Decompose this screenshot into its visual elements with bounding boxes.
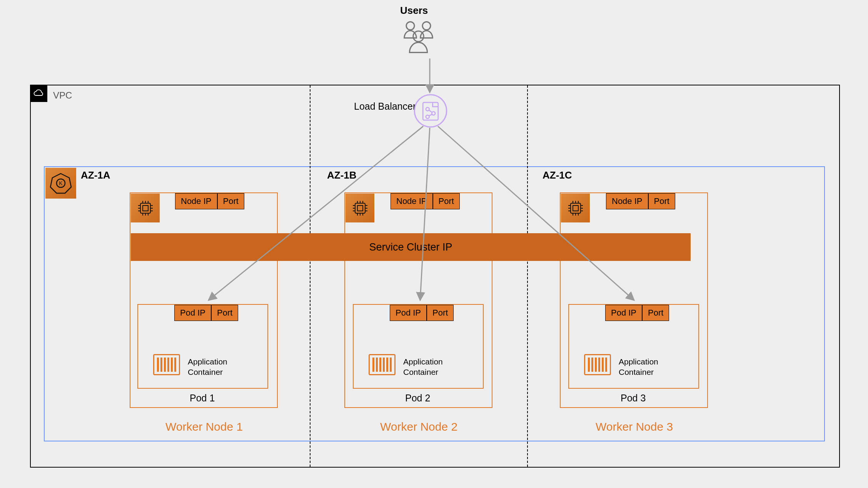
load-balancer-icon bbox=[414, 94, 447, 128]
svg-point-0 bbox=[406, 22, 414, 30]
service-cluster-ip-bar: Service Cluster IP bbox=[131, 233, 691, 261]
node-tab-3: Node IP Port bbox=[606, 193, 675, 209]
pod-3-label: Pod 3 bbox=[621, 393, 646, 404]
node-port-cell: Port bbox=[217, 193, 244, 209]
pod-tab-1: Pod IP Port bbox=[174, 305, 238, 321]
worker-1-label: Worker Node 1 bbox=[165, 420, 243, 433]
svg-rect-41 bbox=[571, 203, 581, 213]
container-icon-2 bbox=[369, 354, 396, 375]
diagram-canvas: Users VPC Load Balancer bbox=[0, 0, 868, 488]
node-tab-1: Node IP Port bbox=[175, 193, 244, 209]
pod-port-cell: Port bbox=[427, 305, 454, 321]
worker-2-label: Worker Node 2 bbox=[380, 420, 457, 433]
svg-rect-28 bbox=[357, 206, 363, 211]
node-ip-cell: Node IP bbox=[175, 193, 217, 209]
users-icon bbox=[398, 17, 439, 57]
container-icon-1 bbox=[153, 354, 180, 375]
svg-rect-14 bbox=[143, 206, 148, 211]
pod-ip-cell: Pod IP bbox=[390, 305, 427, 321]
users-label: Users bbox=[400, 5, 428, 17]
pod-port-cell: Port bbox=[642, 305, 669, 321]
pod-ip-cell: Pod IP bbox=[605, 305, 642, 321]
az-label-1a: AZ-1A bbox=[81, 169, 110, 181]
node-tab-2: Node IP Port bbox=[391, 193, 460, 209]
svg-text:K: K bbox=[59, 180, 63, 186]
pod-port-cell: Port bbox=[211, 305, 238, 321]
vpc-label: VPC bbox=[53, 90, 72, 101]
pod-2-label: Pod 2 bbox=[405, 393, 430, 404]
container-icon-3 bbox=[584, 354, 611, 375]
pod-tab-2: Pod IP Port bbox=[390, 305, 454, 321]
node-ip-cell: Node IP bbox=[391, 193, 433, 209]
kubernetes-icon: K bbox=[45, 168, 76, 199]
container-label-1: ApplicationContainer bbox=[188, 356, 227, 378]
load-balancer-label: Load Balancer bbox=[354, 101, 416, 112]
node-port-cell: Port bbox=[433, 193, 460, 209]
az-label-1c: AZ-1C bbox=[542, 169, 572, 181]
container-label-3: ApplicationContainer bbox=[619, 356, 658, 378]
vpc-icon bbox=[30, 85, 47, 102]
svg-rect-13 bbox=[140, 203, 150, 213]
node-ip-cell: Node IP bbox=[606, 193, 648, 209]
az-divider-1 bbox=[310, 85, 310, 467]
svg-rect-42 bbox=[573, 206, 578, 211]
svg-rect-27 bbox=[355, 203, 365, 213]
worker-3-label: Worker Node 3 bbox=[596, 420, 673, 433]
svg-line-8 bbox=[429, 110, 432, 113]
az-label-1b: AZ-1B bbox=[327, 169, 357, 181]
pod-1-label: Pod 1 bbox=[190, 393, 215, 404]
compute-icon-3 bbox=[561, 194, 590, 222]
svg-point-2 bbox=[413, 31, 424, 42]
svg-point-1 bbox=[422, 22, 431, 30]
az-divider-2 bbox=[527, 85, 528, 467]
pod-ip-cell: Pod IP bbox=[174, 305, 211, 321]
compute-icon-1 bbox=[131, 194, 160, 222]
container-label-2: ApplicationContainer bbox=[403, 356, 443, 378]
pod-tab-3: Pod IP Port bbox=[605, 305, 669, 321]
compute-icon-2 bbox=[346, 194, 374, 222]
svg-line-9 bbox=[429, 114, 432, 116]
node-port-cell: Port bbox=[648, 193, 675, 209]
